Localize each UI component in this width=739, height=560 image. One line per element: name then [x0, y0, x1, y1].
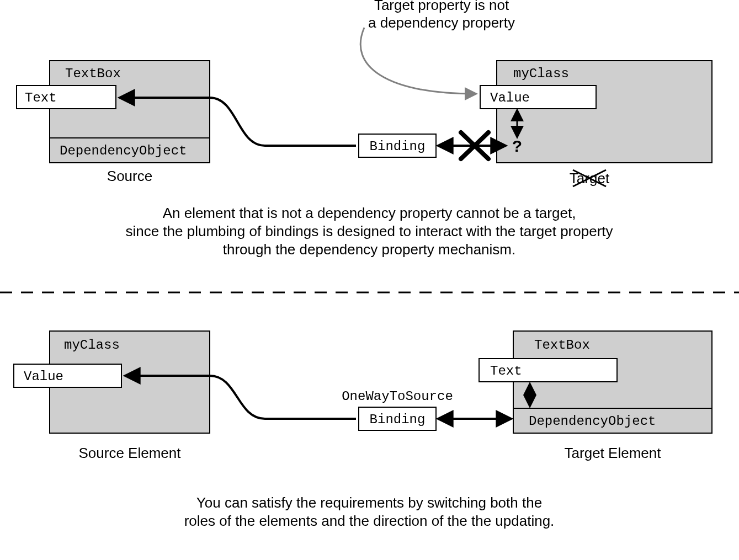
top-diagram: TextBox Text DependencyObject Source myC…: [17, 61, 712, 258]
bottom-explain-1: You can satisfy the requirements by swit…: [196, 494, 542, 511]
target-element-base: DependencyObject: [529, 414, 656, 429]
binding-node: Binding: [359, 134, 436, 157]
source-property: Text: [25, 90, 57, 105]
bottom-explain-2: roles of the elements and the direction …: [184, 513, 555, 529]
top-explain-2: since the plumbing of bindings is design…: [125, 223, 613, 239]
bottom-diagram: myClass Value Source Element TextBox Tex…: [14, 331, 712, 529]
target-element-caption: Target Element: [565, 445, 662, 461]
target-box: myClass Value ? Target: [480, 61, 712, 186]
binding-node-2: Binding: [359, 407, 436, 430]
annotation-line2: a dependency property: [368, 14, 515, 31]
diagram-canvas: Target property is not a dependency prop…: [0, 0, 739, 560]
source-title: TextBox: [65, 66, 121, 81]
target-property: Value: [490, 90, 530, 105]
source-element-title: myClass: [64, 338, 120, 353]
binding-label: Binding: [370, 139, 426, 154]
question-mark: ?: [512, 138, 522, 157]
target-element-property: Text: [490, 364, 522, 378]
top-explain-1: An element that is not a dependency prop…: [163, 205, 576, 221]
annotation-arrow: [360, 28, 476, 94]
source-element-caption: Source Element: [79, 445, 182, 461]
annotation-line1: Target property is not: [374, 0, 509, 13]
binding-label-2: Binding: [370, 412, 426, 427]
source-box: TextBox Text DependencyObject Source: [17, 61, 210, 184]
target-element-title: TextBox: [534, 338, 590, 353]
annotation-top: Target property is not a dependency prop…: [360, 0, 515, 94]
top-explain-3: through the dependency property mechanis…: [223, 241, 515, 258]
source-base: DependencyObject: [60, 143, 187, 158]
target-title: myClass: [513, 66, 569, 81]
source-element-property: Value: [24, 369, 63, 384]
source-caption: Source: [107, 168, 152, 184]
mode-label: OneWayToSource: [342, 389, 453, 404]
target-element-box: TextBox Text DependencyObject Target Ele…: [479, 331, 712, 461]
source-element-box: myClass Value Source Element: [14, 331, 210, 461]
